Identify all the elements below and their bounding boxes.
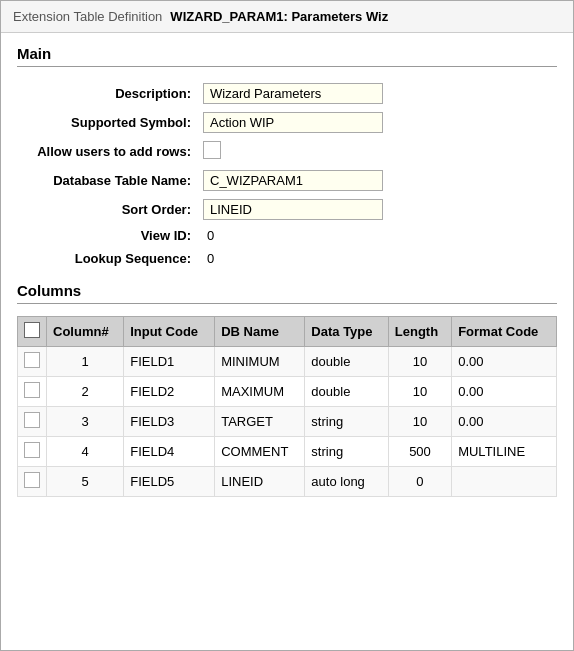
lookup-seq-value-cell: 0 bbox=[197, 247, 557, 270]
allow-users-checkbox[interactable] bbox=[203, 141, 221, 159]
col-num: 5 bbox=[47, 467, 124, 497]
input-code: FIELD1 bbox=[124, 347, 215, 377]
allow-users-value-cell bbox=[197, 137, 557, 166]
columns-header-row: Column# Input Code DB Name Data Type Len… bbox=[18, 317, 557, 347]
main-form-table: Description: Supported Symbol: Allow use… bbox=[17, 79, 557, 270]
data-type: double bbox=[305, 347, 388, 377]
supported-symbol-row: Supported Symbol: bbox=[17, 108, 557, 137]
db-name: COMMENT bbox=[215, 437, 305, 467]
sort-order-row: Sort Order: bbox=[17, 195, 557, 224]
header-checkbox[interactable] bbox=[24, 322, 40, 338]
view-id-value: 0 bbox=[203, 228, 214, 243]
data-type: auto long bbox=[305, 467, 388, 497]
row-checkbox-cell bbox=[18, 347, 47, 377]
th-input-code: Input Code bbox=[124, 317, 215, 347]
title-bar: Extension Table Definition WIZARD_PARAM1… bbox=[1, 1, 573, 33]
description-label: Description: bbox=[17, 79, 197, 108]
col-num: 3 bbox=[47, 407, 124, 437]
columns-section-title: Columns bbox=[17, 282, 557, 299]
columns-table: Column# Input Code DB Name Data Type Len… bbox=[17, 316, 557, 497]
col-num: 2 bbox=[47, 377, 124, 407]
db-name: LINEID bbox=[215, 467, 305, 497]
columns-section: Columns Column# Input Code DB Name Data … bbox=[17, 282, 557, 497]
description-row: Description: bbox=[17, 79, 557, 108]
view-id-row: View ID: 0 bbox=[17, 224, 557, 247]
format-code bbox=[452, 467, 557, 497]
length: 500 bbox=[388, 437, 451, 467]
columns-divider bbox=[17, 303, 557, 304]
row-checkbox-cell bbox=[18, 407, 47, 437]
db-name: MAXIMUM bbox=[215, 377, 305, 407]
data-type: double bbox=[305, 377, 388, 407]
main-divider bbox=[17, 66, 557, 67]
table-row: 3FIELD3TARGETstring100.00 bbox=[18, 407, 557, 437]
input-code: FIELD2 bbox=[124, 377, 215, 407]
row-checkbox[interactable] bbox=[24, 352, 40, 368]
lookup-seq-label: Lookup Sequence: bbox=[17, 247, 197, 270]
th-checkbox bbox=[18, 317, 47, 347]
length: 10 bbox=[388, 347, 451, 377]
description-input[interactable] bbox=[203, 83, 383, 104]
title-static: Extension Table Definition bbox=[13, 9, 162, 24]
supported-symbol-input[interactable] bbox=[203, 112, 383, 133]
length: 0 bbox=[388, 467, 451, 497]
db-name: MINIMUM bbox=[215, 347, 305, 377]
content-area: Main Description: Supported Symbol: A bbox=[1, 33, 573, 509]
db-name: TARGET bbox=[215, 407, 305, 437]
table-row: 5FIELD5LINEIDauto long0 bbox=[18, 467, 557, 497]
input-code: FIELD5 bbox=[124, 467, 215, 497]
format-code: 0.00 bbox=[452, 377, 557, 407]
row-checkbox-cell bbox=[18, 437, 47, 467]
row-checkbox[interactable] bbox=[24, 412, 40, 428]
description-value-cell bbox=[197, 79, 557, 108]
row-checkbox[interactable] bbox=[24, 472, 40, 488]
col-num: 1 bbox=[47, 347, 124, 377]
data-type: string bbox=[305, 407, 388, 437]
lookup-seq-row: Lookup Sequence: 0 bbox=[17, 247, 557, 270]
format-code: 0.00 bbox=[452, 347, 557, 377]
supported-symbol-value-cell bbox=[197, 108, 557, 137]
input-code: FIELD3 bbox=[124, 407, 215, 437]
title-bold: WIZARD_PARAM1: Parameters Wiz bbox=[170, 9, 388, 24]
db-table-value-cell bbox=[197, 166, 557, 195]
sort-order-value-cell bbox=[197, 195, 557, 224]
row-checkbox[interactable] bbox=[24, 442, 40, 458]
main-section-title: Main bbox=[17, 45, 557, 62]
th-data-type: Data Type bbox=[305, 317, 388, 347]
view-id-label: View ID: bbox=[17, 224, 197, 247]
db-table-row: Database Table Name: bbox=[17, 166, 557, 195]
row-checkbox[interactable] bbox=[24, 382, 40, 398]
th-col-num: Column# bbox=[47, 317, 124, 347]
th-length: Length bbox=[388, 317, 451, 347]
table-row: 1FIELD1MINIMUMdouble100.00 bbox=[18, 347, 557, 377]
supported-symbol-label: Supported Symbol: bbox=[17, 108, 197, 137]
col-num: 4 bbox=[47, 437, 124, 467]
main-window: Extension Table Definition WIZARD_PARAM1… bbox=[0, 0, 574, 651]
table-row: 4FIELD4COMMENTstring500MULTILINE bbox=[18, 437, 557, 467]
length: 10 bbox=[388, 377, 451, 407]
view-id-value-cell: 0 bbox=[197, 224, 557, 247]
allow-users-label: Allow users to add rows: bbox=[17, 137, 197, 166]
th-db-name: DB Name bbox=[215, 317, 305, 347]
db-table-input[interactable] bbox=[203, 170, 383, 191]
row-checkbox-cell bbox=[18, 467, 47, 497]
allow-users-row: Allow users to add rows: bbox=[17, 137, 557, 166]
input-code: FIELD4 bbox=[124, 437, 215, 467]
row-checkbox-cell bbox=[18, 377, 47, 407]
data-type: string bbox=[305, 437, 388, 467]
sort-order-input[interactable] bbox=[203, 199, 383, 220]
format-code: MULTILINE bbox=[452, 437, 557, 467]
table-row: 2FIELD2MAXIMUMdouble100.00 bbox=[18, 377, 557, 407]
th-format-code: Format Code bbox=[452, 317, 557, 347]
format-code: 0.00 bbox=[452, 407, 557, 437]
db-table-label: Database Table Name: bbox=[17, 166, 197, 195]
sort-order-label: Sort Order: bbox=[17, 195, 197, 224]
lookup-seq-value: 0 bbox=[203, 251, 214, 266]
length: 10 bbox=[388, 407, 451, 437]
